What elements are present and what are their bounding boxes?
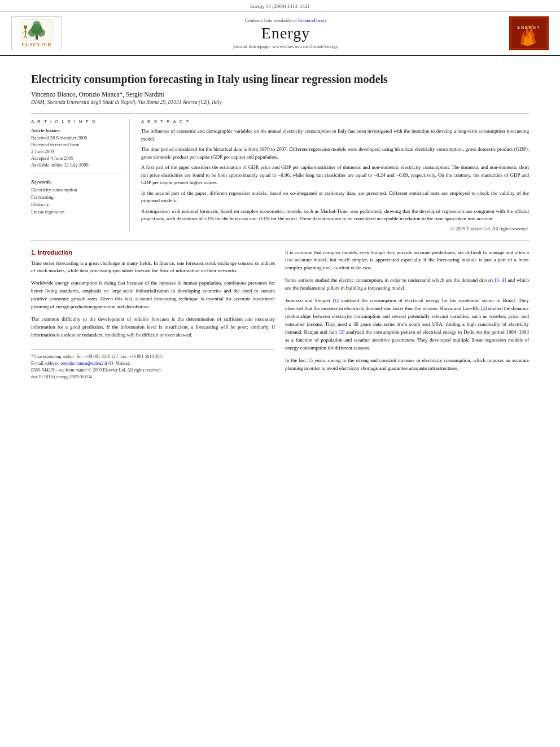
history-label: Article history:	[31, 128, 123, 133]
article-title: Electricity consumption forecasting in I…	[31, 72, 529, 86]
ref-link-2[interactable]: [2]	[481, 305, 487, 311]
article-info-abstract: A R T I C L E I N F O Article history: R…	[31, 113, 529, 231]
keyword-3: Elasticity	[31, 201, 123, 208]
abstract-para-3: A first part of the paper considers the …	[141, 164, 529, 187]
section-divider	[31, 241, 529, 241]
abstract-para-1: The influence of economic and demographi…	[141, 128, 529, 143]
history-item-1: Received 28 November 2008	[31, 135, 123, 142]
history-item-4: Accepted 4 June 2009	[31, 155, 123, 162]
introduction-section: 1. Introduction Time series forecasting …	[31, 249, 529, 381]
intro-right-para-3: Jannuzzi and Shipper [1] analyzed the co…	[285, 297, 529, 352]
abstract-para-2: The time period considered for the histo…	[141, 146, 529, 161]
contents-label: Contents lists available at ScienceDirec…	[68, 18, 504, 23]
abstract-copyright: © 2009 Elsevier Ltd. All rights reserved…	[141, 226, 529, 231]
intro-right-para-1: It is common that complex models, even t…	[285, 249, 529, 273]
sciencedirect-link[interactable]: ScienceDirect	[298, 18, 326, 23]
intro-right-para-4: In the last 15 years, owing to the stron…	[285, 357, 529, 373]
keyword-4: Linear regression	[31, 208, 123, 216]
history-item-2: Received in revised form	[31, 142, 123, 148]
abstract-para-4: In the second part of the paper, differe…	[141, 190, 529, 205]
introduction-right: It is common that complex models, even t…	[285, 249, 529, 381]
abstract-para-5: A comparison with national forecasts, ba…	[141, 208, 529, 223]
energy-logo: ENERGY	[509, 16, 549, 50]
svg-point-6	[24, 25, 27, 29]
history-item-3: 2 June 2009	[31, 148, 123, 155]
svg-point-4	[37, 29, 45, 37]
citation-text: Energy 34 (2009) 1413–1421	[250, 3, 310, 9]
elsevier-tree-icon	[20, 19, 54, 41]
footnote-issn: 0360-5442/$ – see front matter © 2009 El…	[31, 367, 275, 374]
intro-para-2: Worldwide energy consumption is rising f…	[31, 279, 275, 311]
keywords-label: Keywords:	[31, 179, 123, 185]
affiliation: DIAM, Seconda Università degli Studi di …	[31, 99, 529, 105]
svg-rect-1	[36, 35, 38, 40]
footnote-email-link[interactable]: oronzio.manca@unina2.it	[60, 361, 107, 366]
footnote-area: * Corresponding author. Tel.: +39 081 50…	[31, 350, 275, 381]
section-title: 1. Introduction	[31, 249, 275, 256]
journal-name: Energy	[68, 24, 504, 42]
authors: Vincenzo Bianco, Oronzio Manca*, Sergio …	[31, 91, 529, 98]
intro-para-1: Time series forecasting is a great chall…	[31, 260, 275, 276]
svg-point-3	[28, 29, 36, 37]
svg-point-5	[33, 21, 41, 29]
article-info-column: A R T I C L E I N F O Article history: R…	[31, 119, 130, 231]
elsevier-label: ELSEVIER	[21, 42, 52, 47]
footnote-doi: doi:10.1016/j.energy.2009.06.034	[31, 374, 275, 381]
journal-homepage: journal homepage: www.elsevier.com/locat…	[68, 43, 504, 49]
ref-link-3[interactable]: [3]	[339, 329, 345, 335]
intro-para-3: The common difficulty to the development…	[31, 316, 275, 339]
abstract-column: A B S T R A C T The influence of economi…	[141, 119, 529, 231]
journal-center: Contents lists available at ScienceDirec…	[68, 18, 504, 49]
article-content: Electricity consumption forecasting in I…	[0, 56, 560, 386]
history-item-5: Available online 12 July 2009	[31, 162, 123, 169]
keyword-1: Electricity consumption	[31, 186, 123, 194]
footnote-corresponding: * Corresponding author. Tel.: +39 081 50…	[31, 353, 275, 360]
elsevier-logo: ELSEVIER	[11, 16, 62, 50]
journal-header: ELSEVIER Contents lists available at Sci…	[0, 12, 560, 56]
citation-bar: Energy 34 (2009) 1413–1421	[0, 0, 560, 12]
abstract-heading: A B S T R A C T	[141, 119, 529, 124]
article-info-heading: A R T I C L E I N F O	[31, 119, 123, 124]
ref-link-1[interactable]: [1]	[333, 298, 339, 303]
energy-logo-icon: ENERGY	[509, 16, 549, 50]
svg-text:ENERGY: ENERGY	[517, 25, 541, 29]
keyword-2: Forecasting	[31, 194, 123, 201]
intro-right-para-2: Some authors studied the electric consum…	[285, 277, 529, 292]
ref-link-1-3[interactable]: [1–3]	[495, 277, 506, 283]
introduction-left: 1. Introduction Time series forecasting …	[31, 249, 275, 381]
footnote-email-line: E-mail address: oronzio.manca@unina2.it …	[31, 360, 275, 367]
